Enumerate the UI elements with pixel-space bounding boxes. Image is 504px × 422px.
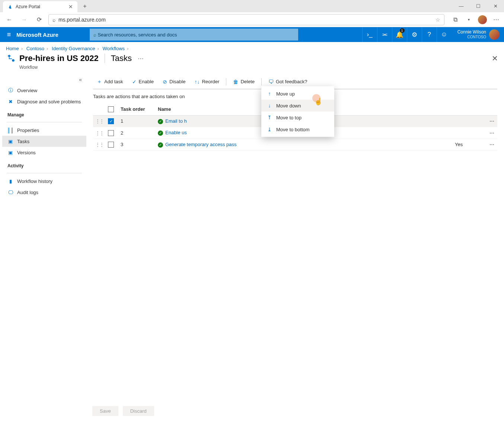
notifications-icon[interactable]: 🔔1 xyxy=(392,27,407,42)
feedback-icon[interactable]: ☺ xyxy=(437,27,452,42)
new-tab-button[interactable]: + xyxy=(80,3,90,10)
task-link[interactable]: Generate temporary access pass xyxy=(165,142,236,147)
select-all-checkbox[interactable] xyxy=(108,106,114,112)
audit-icon: 🖵 xyxy=(7,189,13,195)
task-link[interactable]: Email to h xyxy=(165,118,187,124)
collapse-sidebar-icon[interactable]: « xyxy=(2,74,86,85)
sidebar-item-tasks[interactable]: ▣ Tasks xyxy=(2,136,86,147)
enable-button[interactable]: ✓Enable xyxy=(128,74,157,89)
window-minimize-icon[interactable]: — xyxy=(453,0,470,12)
crumb-contoso[interactable]: Contoso xyxy=(26,46,44,51)
nav-forward-icon: → xyxy=(19,14,30,25)
menu-move-bottom[interactable]: ⤓Move to bottom xyxy=(261,123,334,135)
window-maximize-icon[interactable]: ☐ xyxy=(470,0,487,12)
cell-order: 2 xyxy=(118,127,156,139)
row-checkbox[interactable] xyxy=(108,130,114,136)
azure-brand[interactable]: Microsoft Azure xyxy=(16,32,58,38)
disable-button[interactable]: ⊘Disable xyxy=(159,74,189,89)
wrench-icon: ✖ xyxy=(7,99,13,104)
row-more-icon[interactable]: ⋯ xyxy=(482,115,497,127)
crumb-workflows[interactable]: Workflows xyxy=(102,46,125,51)
drag-handle-icon[interactable]: ⋮⋮ xyxy=(95,130,101,136)
sidebar-label: Overview xyxy=(17,88,37,93)
row-checkbox[interactable] xyxy=(108,142,114,148)
cloud-shell-icon[interactable]: ›_ xyxy=(362,27,377,42)
task-link[interactable]: Enable us xyxy=(165,130,187,135)
arrow-top-icon: ⤒ xyxy=(267,115,272,120)
sidebar-item-overview[interactable]: ⓘ Overview xyxy=(2,85,86,96)
sidebar-item-history[interactable]: ▮ Workflow history xyxy=(2,175,86,187)
drag-handle-icon[interactable]: ⋮⋮ xyxy=(95,118,101,124)
sidebar-item-properties[interactable]: ║║ Properties xyxy=(2,125,86,136)
drag-handle-icon[interactable]: ⋮⋮ xyxy=(95,142,101,147)
discard-button[interactable]: Discard xyxy=(123,406,154,416)
page-title: Pre-hires in US 2022 xyxy=(19,54,99,63)
menu-move-up[interactable]: ↑Move up xyxy=(261,88,334,100)
user-name: Connie Wilson xyxy=(457,29,486,35)
page-title-row: Pre-hires in US 2022 Tasks ⋯ ✕ xyxy=(0,54,504,65)
nav-refresh-icon[interactable]: ⟳ xyxy=(34,14,45,25)
status-ok-icon: ✓ xyxy=(158,119,163,124)
browser-tab-strip: Azure Portal ✕ + — ☐ ✕ xyxy=(0,0,504,12)
footer-actions: Save Discard xyxy=(92,402,154,422)
user-block[interactable]: Connie Wilson CONTOSO xyxy=(452,29,489,40)
history-icon: ▮ xyxy=(7,178,13,184)
settings-icon[interactable]: ⚙ xyxy=(407,27,422,42)
more-icon[interactable]: ⋯ xyxy=(492,16,500,23)
profile-avatar[interactable] xyxy=(478,15,487,24)
sidebar-group-activity: Activity xyxy=(2,158,86,171)
global-search[interactable]: ⌕ Search resources, services and docs xyxy=(90,29,298,41)
feedback-icon: 🗨 xyxy=(268,79,274,85)
row-more-icon[interactable]: ⋯ xyxy=(482,127,497,139)
menu-move-top[interactable]: ⤒Move to top xyxy=(261,112,334,123)
address-bar[interactable]: ⌕ ms.portal.azure.com ☆ xyxy=(48,14,444,25)
directories-icon[interactable]: ⫘ xyxy=(377,27,392,42)
page-subtitle: Workflow xyxy=(0,65,504,74)
nav-back-icon[interactable]: ← xyxy=(4,14,15,25)
user-org: CONTOSO xyxy=(468,35,486,40)
chevron-down-icon[interactable]: ▾ xyxy=(465,17,473,22)
crumb-identity-governance[interactable]: Identity Governance xyxy=(52,46,95,51)
favorite-icon[interactable]: ☆ xyxy=(436,17,440,23)
reorder-icon: ↑↓ xyxy=(194,79,200,85)
user-avatar[interactable] xyxy=(489,29,500,40)
window-close-icon[interactable]: ✕ xyxy=(487,0,504,12)
row-more-icon[interactable]: ⋯ xyxy=(482,139,497,151)
collections-icon[interactable]: ⧉ xyxy=(451,16,459,23)
help-icon[interactable]: ? xyxy=(422,27,437,42)
close-blade-icon[interactable]: ✕ xyxy=(492,54,498,63)
trash-icon: 🗑 xyxy=(233,79,238,85)
sidebar-label: Tasks xyxy=(17,139,29,144)
hamburger-menu-icon[interactable]: ≡ xyxy=(0,31,18,39)
sidebar-item-audit[interactable]: 🖵 Audit logs xyxy=(2,187,86,198)
properties-icon: ║║ xyxy=(7,127,13,133)
add-task-button[interactable]: ＋Add task xyxy=(93,74,127,89)
title-more-icon[interactable]: ⋯ xyxy=(138,55,144,62)
sidebar-item-diagnose[interactable]: ✖ Diagnose and solve problems xyxy=(2,96,86,107)
menu-move-down[interactable]: ↓Move down xyxy=(261,100,334,112)
save-button[interactable]: Save xyxy=(92,406,118,416)
versions-icon: ▣ xyxy=(7,149,13,155)
browser-tab[interactable]: Azure Portal ✕ xyxy=(3,1,77,12)
cell-order: 3 xyxy=(118,139,156,151)
sidebar-label: Audit logs xyxy=(17,190,38,195)
reorder-button[interactable]: ↑↓Reorder xyxy=(191,74,223,89)
arrow-up-icon: ↑ xyxy=(267,91,272,97)
sidebar-group-manage: Manage xyxy=(2,107,86,120)
sidebar-label: Workflow history xyxy=(17,178,52,184)
arrow-bottom-icon: ⤓ xyxy=(267,126,272,132)
crumb-home[interactable]: Home xyxy=(6,46,19,51)
table-row[interactable]: ⋮⋮ 3 ✓Generate temporary access pass Yes… xyxy=(93,139,497,151)
tab-title: Azure Portal xyxy=(16,4,40,9)
tab-close-icon[interactable]: ✕ xyxy=(68,4,73,10)
row-checkbox[interactable]: ✓ xyxy=(108,118,114,124)
tasks-icon: ▣ xyxy=(7,138,13,144)
reorder-menu: ↑Move up ↓Move down ⤒Move to top ⤓Move t… xyxy=(261,86,334,137)
search-icon: ⌕ xyxy=(52,17,55,23)
delete-button[interactable]: 🗑Delete xyxy=(229,74,258,89)
sidebar-item-versions[interactable]: ▣ Versions xyxy=(2,147,86,158)
col-task-order[interactable]: Task order xyxy=(118,103,156,115)
url-text: ms.portal.azure.com xyxy=(58,17,106,23)
sidebar-label: Diagnose and solve problems xyxy=(17,99,81,104)
svg-point-0 xyxy=(12,59,15,62)
